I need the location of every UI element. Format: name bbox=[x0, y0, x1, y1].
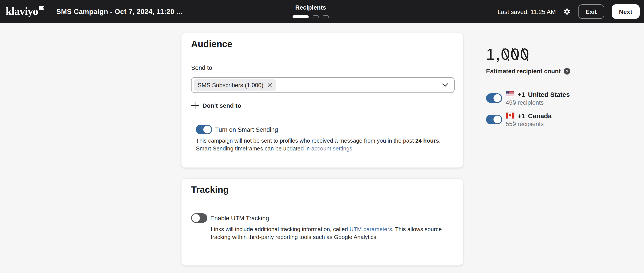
exit-button[interactable]: Exit bbox=[578, 4, 604, 19]
country-name-line: +1 United States bbox=[506, 90, 570, 98]
smart-sending-description: This campaign will not be sent to profil… bbox=[196, 137, 440, 152]
canada-flag-icon bbox=[506, 112, 514, 119]
country-row-united-states: +1 United States 450 recipients bbox=[486, 90, 570, 106]
canada-toggle[interactable] bbox=[486, 115, 502, 124]
audience-heading: Audience bbox=[191, 39, 232, 49]
toggle-knob bbox=[494, 116, 501, 123]
klaviyo-flag-icon bbox=[39, 6, 44, 9]
country-row-canada: +1 Canada 550 recipients bbox=[486, 112, 552, 127]
country-name: United States bbox=[528, 90, 570, 98]
step-pills bbox=[292, 15, 329, 18]
dont-send-to-label: Don't send to bbox=[202, 102, 241, 109]
segment-chip-label: SMS Subscribers (1,000) bbox=[198, 82, 264, 88]
send-to-label: Send to bbox=[191, 64, 212, 71]
country-info: +1 United States 450 recipients bbox=[506, 90, 570, 106]
segment-chip[interactable]: SMS Subscribers (1,000) bbox=[194, 79, 276, 91]
country-name: Canada bbox=[528, 112, 552, 119]
remove-segment-icon[interactable] bbox=[268, 83, 272, 87]
audience-card: Audience Send to SMS Subscribers (1,000)… bbox=[181, 33, 463, 168]
estimated-recipient-count-value: 1,000 bbox=[486, 46, 530, 62]
us-flag-icon bbox=[506, 91, 514, 97]
utm-tracking-toggle[interactable] bbox=[191, 213, 207, 223]
smart-sending-row: Turn on Smart Sending bbox=[196, 125, 278, 134]
help-icon[interactable]: ? bbox=[564, 68, 570, 74]
step-pill-3[interactable] bbox=[323, 15, 329, 18]
step-pill-2[interactable] bbox=[312, 15, 319, 18]
settings-gear-icon[interactable] bbox=[563, 8, 571, 15]
estimated-recipient-count-label: Estimated recipient count bbox=[486, 68, 561, 75]
campaign-title: SMS Campaign - Oct 7, 2024, 11:20 ... bbox=[56, 0, 182, 23]
top-bar-actions: Last saved: 11:25 AM Exit Next bbox=[498, 0, 640, 23]
plus-icon bbox=[191, 102, 199, 109]
tracking-heading: Tracking bbox=[191, 185, 229, 195]
toggle-knob bbox=[494, 94, 501, 102]
toggle-knob bbox=[192, 214, 200, 222]
country-info: +1 Canada 550 recipients bbox=[506, 112, 552, 127]
step-indicator: Recipients bbox=[292, 4, 329, 18]
sms-campaign-editor: klaviyo SMS Campaign - Oct 7, 2024, 11:2… bbox=[0, 0, 644, 273]
country-recipient-count: 450 recipients bbox=[506, 99, 570, 106]
utm-tracking-description: Links will include additional tracking i… bbox=[211, 226, 442, 241]
country-dial-code: +1 bbox=[518, 90, 525, 98]
smart-sending-label: Turn on Smart Sending bbox=[215, 126, 278, 133]
next-button[interactable]: Next bbox=[612, 4, 640, 19]
tracking-card: Tracking Enable UTM Tracking Links will … bbox=[181, 178, 463, 266]
chevron-down-icon[interactable] bbox=[442, 83, 448, 87]
step-pill-recipients[interactable] bbox=[292, 15, 309, 18]
last-saved-status: Last saved: 11:25 AM bbox=[498, 8, 556, 15]
estimated-recipient-count-row: Estimated recipient count ? bbox=[486, 68, 570, 75]
klaviyo-logo[interactable]: klaviyo bbox=[6, 5, 44, 18]
smart-sending-toggle[interactable] bbox=[196, 125, 212, 134]
utm-tracking-label: Enable UTM Tracking bbox=[210, 215, 269, 222]
country-dial-code: +1 bbox=[518, 112, 525, 119]
step-label: Recipients bbox=[292, 4, 329, 11]
country-name-line: +1 Canada bbox=[506, 112, 552, 119]
utm-tracking-row: Enable UTM Tracking bbox=[191, 213, 269, 223]
send-to-combobox[interactable]: SMS Subscribers (1,000) bbox=[191, 77, 455, 93]
toggle-knob bbox=[203, 126, 211, 133]
dont-send-to-button[interactable]: Don't send to bbox=[191, 101, 241, 110]
united-states-toggle[interactable] bbox=[486, 93, 502, 103]
top-bar: klaviyo SMS Campaign - Oct 7, 2024, 11:2… bbox=[0, 0, 644, 23]
country-recipient-count: 550 recipients bbox=[506, 120, 552, 127]
klaviyo-wordmark: klaviyo bbox=[6, 5, 38, 18]
